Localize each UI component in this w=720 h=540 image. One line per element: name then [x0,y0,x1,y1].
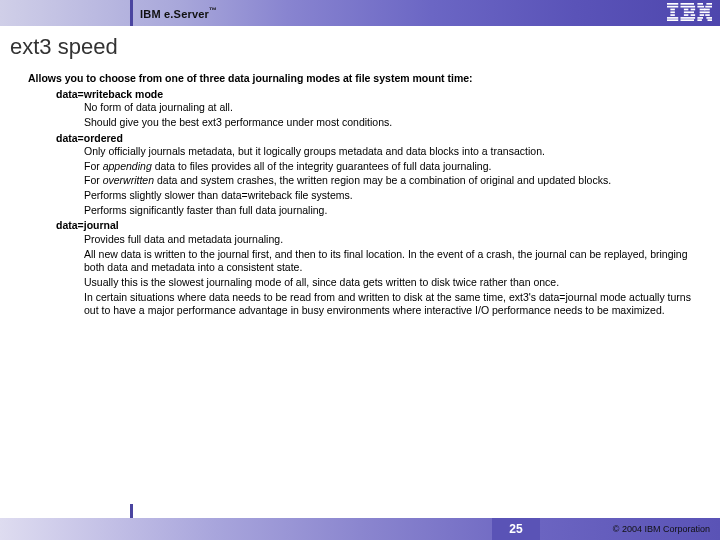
svg-rect-7 [681,3,695,5]
svg-rect-4 [670,14,675,16]
svg-rect-17 [706,3,712,5]
svg-rect-5 [667,17,678,19]
svg-rect-19 [705,6,712,8]
mode-writeback-body: No form of data journaling at all. Shoul… [84,101,692,129]
header-accent [130,0,133,26]
mode-ordered-body: Only officially journals metadata, but i… [84,145,692,217]
ibm-logo-icon [667,3,712,25]
svg-rect-6 [667,19,678,21]
mode-line: In certain situations where data needs t… [84,291,692,318]
svg-rect-23 [700,14,705,16]
mode-journal-heading: data=journal [56,219,692,233]
svg-rect-21 [704,9,710,11]
svg-rect-12 [684,14,689,16]
svg-rect-24 [705,14,710,16]
svg-rect-27 [697,19,702,21]
svg-rect-1 [667,6,678,8]
mode-line: No form of data journaling at all. [84,101,692,115]
mode-line: All new data is written to the journal f… [84,248,692,275]
footer-accent [130,504,133,518]
mode-line: For appending data to files provides all… [84,160,692,174]
mode-journal-body: Provides full data and metadata journali… [84,233,692,318]
brand-tm: ™ [209,6,217,15]
copyright-text: © 2004 IBM Corporation [613,518,710,540]
svg-rect-0 [667,3,678,5]
mode-line: Performs slightly slower than data=write… [84,189,692,203]
svg-rect-18 [697,6,704,8]
slide-header: IBM e.Server™ [0,0,720,26]
mode-line: Usually this is the slowest journaling m… [84,276,692,290]
svg-rect-26 [706,17,712,19]
svg-rect-10 [691,9,696,11]
brand-text: IBM e.Server [140,8,209,20]
mode-writeback-heading: data=writeback mode [56,88,692,102]
mode-line: Only officially journals metadata, but i… [84,145,692,159]
slide-content: Allows you to choose from one of three d… [0,72,720,318]
intro-text: Allows you to choose from one of three d… [28,72,692,86]
svg-rect-25 [697,17,703,19]
svg-rect-15 [681,19,695,21]
svg-rect-22 [700,11,710,13]
brand-label: IBM e.Server™ [140,6,217,20]
mode-line: Should give you the best ext3 performanc… [84,116,692,130]
svg-rect-11 [684,11,694,13]
svg-rect-28 [708,19,713,21]
mode-line: Provides full data and metadata journali… [84,233,692,247]
mode-line: For overwritten data and system crashes,… [84,174,692,188]
mode-ordered-heading: data=ordered [56,132,692,146]
svg-rect-16 [697,3,703,5]
svg-rect-8 [681,6,696,8]
page-number: 25 [492,518,540,540]
svg-rect-2 [670,9,675,11]
svg-rect-3 [670,11,675,13]
svg-rect-9 [684,9,689,11]
mode-line: Performs significantly faster than full … [84,204,692,218]
svg-rect-13 [691,14,696,16]
page-title: ext3 speed [0,26,720,72]
svg-rect-14 [681,17,696,19]
